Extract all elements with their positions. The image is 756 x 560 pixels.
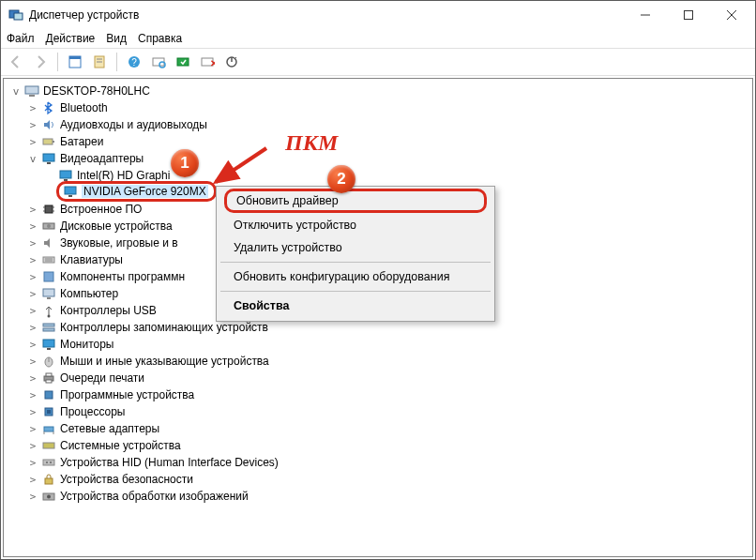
cat-monitors[interactable]: >Мониторы: [6, 336, 750, 353]
svg-rect-7: [69, 56, 81, 59]
cat-imaging[interactable]: >Устройства обработки изображений: [6, 488, 750, 505]
expand-icon[interactable]: >: [26, 305, 39, 317]
cat-audio[interactable]: >Аудиовходы и аудиовыходы: [6, 116, 750, 133]
svg-rect-50: [46, 373, 52, 376]
svg-rect-36: [43, 257, 54, 263]
disable-icon[interactable]: [222, 53, 241, 71]
minimize-button[interactable]: [624, 1, 667, 29]
menu-help[interactable]: Справка: [138, 32, 182, 45]
svg-rect-28: [68, 195, 72, 197]
svg-rect-46: [47, 348, 51, 350]
svg-rect-55: [44, 427, 53, 431]
svg-text:?: ?: [131, 57, 137, 68]
update-icon[interactable]: [174, 53, 192, 71]
expand-icon[interactable]: >: [26, 491, 39, 503]
context-menu: Обновить драйвер Отключить устройство Уд…: [216, 186, 495, 322]
cat-print[interactable]: >Очереди печати: [6, 370, 750, 386]
ctx-uninstall-device[interactable]: Удалить устройство: [219, 236, 492, 259]
help-icon[interactable]: ?: [125, 53, 144, 71]
maximize-button[interactable]: [667, 1, 710, 29]
menu-view[interactable]: Вид: [106, 32, 127, 45]
forward-button[interactable]: [31, 53, 50, 71]
menu-action[interactable]: Действие: [46, 32, 96, 45]
expand-icon[interactable]: >: [26, 204, 39, 216]
ctx-separator: [220, 262, 491, 263]
properties-button[interactable]: [90, 53, 109, 71]
expand-icon[interactable]: >: [26, 406, 39, 418]
cpu-icon: [41, 404, 56, 419]
expand-icon[interactable]: >: [26, 474, 39, 486]
svg-point-60: [46, 462, 48, 463]
svg-rect-52: [45, 391, 53, 399]
cat-cpu[interactable]: >Процессоры: [6, 403, 750, 420]
printer-icon: [41, 371, 56, 386]
expand-icon[interactable]: >: [26, 254, 39, 266]
tree-root[interactable]: v DESKTOP-78H0LHC: [6, 83, 750, 99]
expand-icon[interactable]: >: [26, 372, 39, 385]
chip-icon: [41, 387, 56, 402]
svg-point-61: [50, 462, 52, 463]
expand-icon[interactable]: >: [26, 271, 39, 283]
system-device-icon: [41, 438, 56, 453]
cat-batteries[interactable]: >Батареи: [6, 133, 750, 150]
ctx-properties[interactable]: Свойства: [219, 295, 492, 317]
cat-system[interactable]: >Системные устройства: [6, 437, 750, 454]
imaging-device-icon: [41, 489, 56, 504]
annotation-badge-1: 1: [171, 149, 199, 177]
svg-rect-54: [47, 410, 51, 414]
software-component-icon: [41, 269, 56, 284]
expand-icon[interactable]: >: [26, 237, 39, 250]
collapse-icon[interactable]: v: [26, 153, 39, 165]
window-title: Диспетчер устройств: [29, 8, 624, 22]
expand-icon[interactable]: >: [26, 322, 39, 334]
menu-file[interactable]: Файл: [7, 32, 35, 45]
expand-icon[interactable]: >: [26, 356, 39, 368]
expand-icon[interactable]: >: [26, 423, 39, 435]
selection-highlight: NVIDIA GeForce 920MX: [56, 181, 217, 202]
svg-rect-23: [43, 154, 54, 161]
back-button[interactable]: [7, 53, 25, 71]
svg-rect-20: [29, 95, 35, 97]
expand-icon[interactable]: >: [26, 288, 39, 300]
expand-icon[interactable]: >: [26, 136, 39, 148]
computer-icon: [41, 286, 56, 301]
cat-bluetooth[interactable]: >Bluetooth: [6, 99, 750, 116]
cat-net[interactable]: >Сетевые адаптеры: [6, 420, 750, 437]
ctx-separator: [220, 291, 491, 292]
show-hidden-icon[interactable]: [66, 53, 84, 71]
expand-icon[interactable]: >: [26, 102, 39, 114]
collapse-icon[interactable]: v: [9, 85, 23, 98]
expand-icon[interactable]: >: [26, 339, 39, 351]
svg-rect-51: [46, 380, 52, 383]
expand-icon[interactable]: >: [26, 440, 39, 452]
ctx-disable-device[interactable]: Отключить устройство: [219, 214, 492, 236]
uninstall-icon[interactable]: ✕: [198, 53, 217, 71]
cat-hid[interactable]: >Устройства HID (Human Interface Devices…: [6, 454, 750, 471]
display-adapter-icon: [63, 184, 78, 199]
expand-icon[interactable]: >: [26, 457, 39, 469]
svg-point-42: [48, 315, 51, 318]
window-titlebar: Диспетчер устройств: [1, 1, 755, 29]
ctx-scan-hardware[interactable]: Обновить конфигурацию оборудования: [219, 265, 492, 288]
network-icon: [41, 421, 56, 436]
svg-rect-58: [43, 443, 54, 448]
svg-rect-62: [45, 478, 53, 484]
display-adapter-icon: [41, 151, 56, 166]
cat-display[interactable]: vВидеоадаптеры: [6, 150, 750, 167]
svg-rect-24: [47, 162, 51, 164]
expand-icon[interactable]: >: [26, 119, 39, 131]
svg-rect-44: [43, 328, 54, 331]
cat-progdev[interactable]: >Программные устройства: [6, 386, 750, 403]
svg-rect-19: [25, 86, 38, 94]
cat-security[interactable]: >Устройства безопасности: [6, 471, 750, 488]
close-button[interactable]: [710, 1, 753, 29]
toolbar: ? ✕: [1, 48, 755, 76]
svg-rect-1: [14, 13, 23, 20]
audio-icon: [41, 117, 56, 132]
expand-icon[interactable]: >: [26, 389, 39, 401]
scan-icon[interactable]: [149, 53, 168, 71]
monitor-icon: [41, 337, 56, 352]
expand-icon[interactable]: >: [26, 220, 39, 233]
cat-mice[interactable]: >Мыши и иные указывающие устройства: [6, 353, 750, 370]
ctx-update-driver[interactable]: Обновить драйвер: [224, 189, 487, 213]
